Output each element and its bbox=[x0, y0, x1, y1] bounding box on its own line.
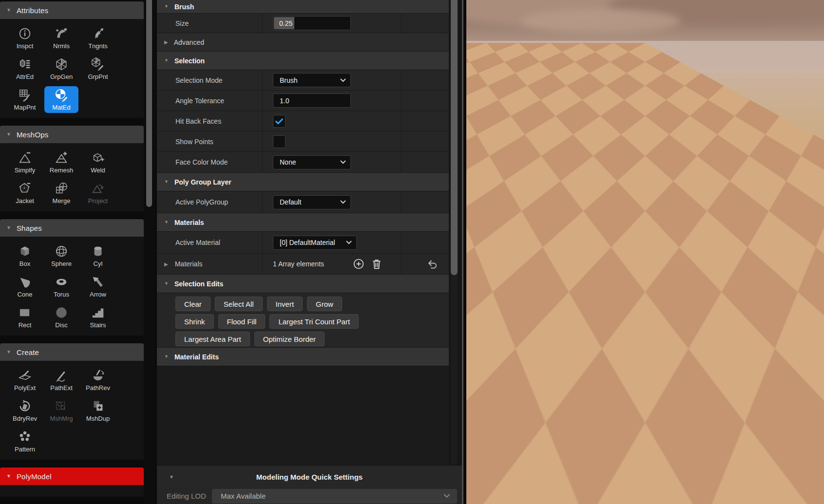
palette-section-attributes: ▼ Attributes Inspct Nrmls Tngnts AttrEd … bbox=[0, 1, 144, 118]
tool-disc[interactable]: Disc bbox=[44, 304, 78, 331]
tool-mated-selected[interactable]: MatEd bbox=[44, 86, 78, 113]
tool-mappnt[interactable]: MapPnt bbox=[8, 86, 42, 113]
angle-tolerance-input[interactable]: 1.0 bbox=[273, 93, 351, 108]
section-body: Inspct Nrmls Tngnts AttrEd GrpGen GrpPnt… bbox=[0, 19, 144, 118]
largest-area-part-button[interactable]: Largest Area Part bbox=[175, 332, 250, 346]
properties-panel: ▼ Brush Size 0.25 ▶ Advanced ▼ Selection… bbox=[157, 0, 462, 504]
properties-scrollbar-thumb[interactable] bbox=[451, 0, 458, 275]
section-header-polymodel[interactable]: ▼ PolyModel bbox=[0, 467, 144, 485]
revert-icon[interactable] bbox=[426, 258, 438, 270]
section-title: Material Edits bbox=[174, 353, 219, 361]
editing-lod-label: Editing LOD bbox=[157, 492, 212, 500]
property-label: Size bbox=[157, 14, 262, 33]
tool-box[interactable]: Box bbox=[8, 243, 42, 269]
grow-button[interactable]: Grow bbox=[307, 297, 342, 311]
tool-jacket[interactable]: Jacket bbox=[8, 180, 42, 206]
section-header-material-edits[interactable]: ▼ Material Edits bbox=[157, 348, 449, 366]
property-label: Active PolyGroup bbox=[157, 191, 262, 213]
section-body: Box Sphere Cyl Cone Torus Arrow Rect Dis… bbox=[0, 237, 144, 336]
panel-viewport-divider[interactable] bbox=[462, 0, 463, 504]
section-header-selection[interactable]: ▼ Selection bbox=[157, 52, 449, 70]
tool-polyext[interactable]: PolyExt bbox=[8, 367, 42, 393]
section-header-shapes[interactable]: ▼ Shapes bbox=[0, 219, 144, 237]
tool-tngnts[interactable]: Tngnts bbox=[81, 25, 115, 52]
quick-settings-title: Modeling Mode Quick Settings bbox=[157, 473, 462, 481]
quick-settings-bar[interactable]: ▼ Modeling Mode Quick Settings bbox=[157, 465, 462, 488]
property-label: Face Color Mode bbox=[157, 152, 262, 172]
size-input[interactable]: 0.25 bbox=[273, 16, 351, 30]
tool-weld[interactable]: Weld bbox=[81, 149, 115, 176]
optimize-border-button[interactable]: Optimize Border bbox=[254, 332, 325, 346]
tool-grpgen[interactable]: GrpGen bbox=[44, 56, 78, 82]
tool-stairs[interactable]: Stairs bbox=[81, 304, 115, 331]
property-row-size: Size 0.25 bbox=[157, 14, 449, 33]
section-header-attributes[interactable]: ▼ Attributes bbox=[0, 1, 144, 19]
path-extrude-icon bbox=[54, 368, 69, 383]
active-material-dropdown[interactable]: [0] DefaultMaterial bbox=[273, 236, 357, 250]
tool-sphere[interactable]: Sphere bbox=[44, 243, 78, 269]
section-header-poly-group-layer[interactable]: ▼ Poly Group Layer bbox=[157, 173, 449, 191]
tool-remesh[interactable]: Remesh bbox=[44, 149, 78, 176]
property-row-show-points: Show Points bbox=[157, 131, 449, 152]
tool-bdryrev[interactable]: BdryRev bbox=[8, 397, 42, 424]
tool-pattern[interactable]: Pattern bbox=[8, 428, 42, 455]
tool-label: Stairs bbox=[90, 321, 106, 329]
weld-icon bbox=[91, 150, 105, 166]
section-header-meshops[interactable]: ▼ MeshOps bbox=[0, 126, 144, 143]
property-value-cell: 1.0 bbox=[262, 91, 449, 111]
active-polygroup-dropdown[interactable]: Default bbox=[273, 195, 351, 209]
invert-button[interactable]: Invert bbox=[267, 297, 303, 311]
flood-fill-button[interactable]: Flood Fill bbox=[218, 314, 266, 329]
tool-merge[interactable]: Merge bbox=[44, 180, 78, 206]
palette-scrollbar-thumb[interactable] bbox=[146, 0, 152, 207]
tool-attred[interactable]: AttrEd bbox=[8, 56, 42, 82]
section-header-advanced[interactable]: ▶ Advanced bbox=[157, 33, 449, 52]
tool-palette: ▼ Attributes Inspct Nrmls Tngnts AttrEd … bbox=[0, 0, 144, 504]
palette-section-shapes: ▼ Shapes Box Sphere Cyl Cone Torus Arrow… bbox=[0, 219, 144, 336]
shrink-button[interactable]: Shrink bbox=[175, 314, 214, 329]
clear-button[interactable]: Clear bbox=[175, 297, 211, 311]
tool-pathrev[interactable]: PathRev bbox=[81, 367, 115, 393]
tool-cyl[interactable]: Cyl bbox=[81, 243, 115, 269]
tool-label: PolyExt bbox=[14, 384, 36, 392]
viewport-3d[interactable] bbox=[466, 0, 824, 504]
dropdown-value: None bbox=[280, 158, 296, 166]
property-label: Hit Back Faces bbox=[157, 111, 262, 131]
polygroup-paint-icon bbox=[91, 56, 105, 72]
largest-tri-count-part-button[interactable]: Largest Tri Count Part bbox=[269, 314, 359, 329]
palette-scrollbar[interactable] bbox=[144, 0, 155, 504]
hit-back-faces-checkbox[interactable] bbox=[273, 115, 286, 128]
select-all-button[interactable]: Select All bbox=[215, 297, 263, 311]
tool-label: Cone bbox=[17, 291, 32, 298]
selection-mode-dropdown[interactable]: Brush bbox=[273, 73, 351, 87]
tool-nrmls[interactable]: Nrmls bbox=[44, 25, 78, 52]
collapse-triangle-icon: ▼ bbox=[169, 474, 174, 480]
tool-torus[interactable]: Torus bbox=[44, 273, 78, 300]
tool-label: AttrEd bbox=[16, 73, 34, 80]
tool-simplfy[interactable]: Simplfy bbox=[8, 149, 42, 176]
section-header-materials[interactable]: ▼ Materials bbox=[157, 213, 449, 232]
tool-label: GrpGen bbox=[50, 73, 73, 80]
section-header-brush[interactable]: ▼ Brush bbox=[157, 0, 449, 14]
materials-array-expander[interactable]: ▶ Materials bbox=[157, 254, 262, 274]
dropdown-value: [0] DefaultMaterial bbox=[280, 239, 335, 246]
editing-lod-dropdown[interactable]: Max Available bbox=[212, 489, 457, 504]
tool-arrow[interactable]: Arrow bbox=[81, 273, 115, 300]
property-value-cell: None bbox=[262, 152, 449, 172]
tool-mshdup[interactable]: MshDup bbox=[81, 397, 115, 424]
tool-label: Weld bbox=[91, 167, 105, 174]
tool-rect[interactable]: Rect bbox=[8, 304, 42, 331]
show-points-checkbox[interactable] bbox=[273, 135, 286, 148]
box-icon bbox=[18, 243, 32, 259]
delete-element-icon[interactable] bbox=[370, 258, 383, 270]
section-header-selection-edits[interactable]: ▼ Selection Edits bbox=[157, 275, 449, 293]
add-element-icon[interactable] bbox=[352, 258, 365, 270]
face-color-mode-dropdown[interactable]: None bbox=[273, 155, 351, 169]
tool-inspct[interactable]: Inspct bbox=[8, 25, 42, 52]
tool-grppnt[interactable]: GrpPnt bbox=[81, 56, 115, 82]
tool-pathext[interactable]: PathExt bbox=[44, 367, 78, 393]
properties-scrollbar[interactable] bbox=[449, 0, 462, 465]
tool-cone[interactable]: Cone bbox=[8, 273, 42, 300]
section-header-create[interactable]: ▼ Create bbox=[0, 343, 144, 361]
tool-label: Tngnts bbox=[88, 42, 108, 50]
